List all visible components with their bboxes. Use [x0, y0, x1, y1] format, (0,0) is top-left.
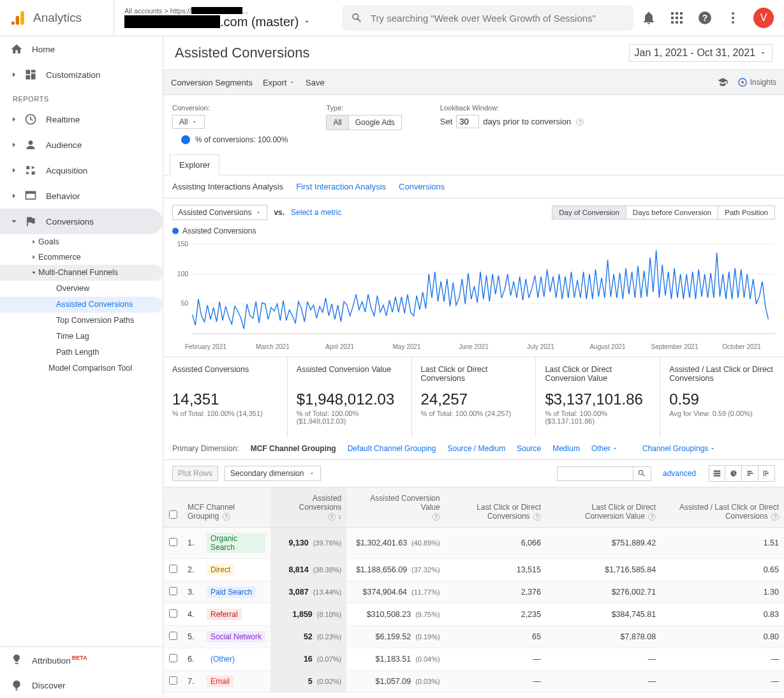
svg-rect-10 [676, 21, 678, 24]
tab-conversions[interactable]: Conversions [399, 182, 445, 191]
save-button[interactable]: Save [306, 78, 325, 87]
apps-icon[interactable] [669, 10, 684, 26]
svg-rect-43 [765, 471, 767, 472]
view-path-pos[interactable]: Path Position [718, 205, 775, 219]
table-row[interactable]: 1. Organic Search 9,130 (39.76%) $1,302,… [163, 528, 784, 559]
svg-point-16 [732, 21, 734, 24]
subnav-overview[interactable]: Overview [0, 281, 163, 297]
dim-source[interactable]: Source [517, 444, 541, 453]
type-all[interactable]: All [326, 115, 348, 130]
table-row[interactable]: 5. Social Network 52 (0.23%) $6,159.52 (… [163, 626, 784, 648]
dim-channel-groupings[interactable]: Channel Groupings [642, 444, 716, 453]
insights-button[interactable]: Insights [737, 77, 776, 87]
table-search-input[interactable] [557, 466, 633, 481]
subnav-topconv[interactable]: Top Conversion Paths [0, 313, 163, 329]
view-table-icon[interactable] [709, 465, 725, 482]
more-icon[interactable] [725, 10, 741, 26]
select-all[interactable] [163, 487, 182, 528]
subnav-assisted[interactable]: Assisted Conversions [0, 297, 163, 313]
header-ratio[interactable]: Assisted / Last Click or Direct Conversi… [661, 487, 784, 528]
metric-select[interactable]: Assisted Conversions [172, 205, 267, 220]
explorer-tab[interactable]: Explorer [170, 154, 219, 175]
help-icon[interactable]: ? [576, 118, 584, 126]
header-lastclick-val[interactable]: Last Click or Direct Conversion Value ? [546, 487, 661, 528]
view-compare-icon[interactable] [758, 465, 775, 482]
search-icon [351, 11, 363, 24]
scorecard[interactable]: Last Click or Direct Conversion Value$3,… [536, 357, 660, 438]
conv-segments[interactable]: Conversion Segments [171, 78, 253, 87]
dim-default[interactable]: Default Channel Grouping [348, 444, 436, 453]
header-lastclick-conv[interactable]: Last Click or Direct Conversions ? [445, 487, 546, 528]
row-checkbox[interactable] [169, 565, 177, 573]
data-table: MCF Channel Grouping ? Assisted Conversi… [163, 487, 784, 693]
nav-realtime[interactable]: Realtime [0, 107, 163, 132]
table-row[interactable]: 4. Referral 1,859 (8.10%) $310,508.23 (9… [163, 604, 784, 626]
nav-home[interactable]: Home [0, 36, 163, 62]
graduation-icon[interactable] [717, 77, 729, 88]
scorecard[interactable]: Assisted / Last Click or Direct Conversi… [660, 357, 784, 438]
subnav-pathlength[interactable]: Path Length [0, 345, 163, 360]
subnav-mcf[interactable]: Multi-Channel Funnels [0, 265, 163, 281]
date-range-picker[interactable]: Jan 1, 2021 - Oct 31, 2021 [629, 44, 773, 62]
topbar: Analytics All accounts > https://x... x.… [0, 0, 784, 36]
row-checkbox[interactable] [169, 632, 177, 640]
attribution-icon [10, 653, 23, 666]
view-bar-icon[interactable] [742, 465, 758, 482]
conversion-select[interactable]: All [172, 115, 205, 129]
view-day[interactable]: Day of Conversion [552, 205, 626, 219]
table-search-button[interactable] [633, 466, 651, 481]
secondary-dim-select[interactable]: Secondary dimension [225, 466, 321, 481]
svg-point-2 [11, 21, 15, 24]
row-checkbox[interactable] [169, 676, 177, 685]
row-checkbox[interactable] [169, 538, 177, 546]
header-assisted-conv[interactable]: Assisted Conversions?↓ [270, 487, 346, 528]
scorecard[interactable]: Assisted Conversion Value$1,948,012.03% … [288, 357, 412, 438]
select-metric-link[interactable]: Select a metric [291, 208, 341, 217]
search-bar[interactable] [342, 5, 633, 31]
avatar[interactable]: V [753, 8, 774, 28]
table-row[interactable]: 6. (Other) 16 (0.07%) $1,183.51 (0.04%) … [163, 648, 784, 671]
subnav-ecommerce[interactable]: Ecommerce [0, 249, 163, 265]
advanced-link[interactable]: advanced [663, 469, 696, 478]
table-row[interactable]: 3. Paid Search 3,087 (13.44%) $374,904.6… [163, 581, 784, 604]
nav-audience[interactable]: Audience [0, 132, 163, 158]
dim-medium[interactable]: Medium [552, 444, 580, 453]
svg-rect-41 [747, 475, 750, 476]
view-days-before[interactable]: Days before Conversion [626, 205, 718, 219]
tab-first-interaction[interactable]: First Interaction Analysis [296, 182, 386, 191]
view-pie-icon[interactable] [725, 465, 742, 482]
header-assisted-val[interactable]: Assisted Conversion Value? [346, 487, 445, 528]
table-row[interactable]: 2. Direct 8,814 (38.38%) $1,188,656.09 (… [163, 559, 784, 581]
nav-acquisition[interactable]: Acquisition [0, 158, 163, 183]
nav-customization[interactable]: Customization [0, 62, 163, 87]
scorecard[interactable]: Last Click or Direct Conversions24,257% … [412, 357, 536, 438]
subnav-goals[interactable]: Goals [0, 234, 163, 249]
help-icon[interactable]: ? [697, 10, 713, 26]
svg-rect-7 [676, 17, 678, 19]
dim-other[interactable]: Other [591, 444, 618, 453]
row-checkbox[interactable] [169, 609, 177, 618]
export-button[interactable]: Export [263, 78, 295, 87]
dim-active[interactable]: MCF Channel Grouping [251, 444, 336, 453]
row-checkbox[interactable] [169, 654, 177, 662]
account-selector[interactable]: All accounts > https://x... x.com (maste… [114, 0, 322, 36]
nav-conversions[interactable]: Conversions [0, 209, 163, 234]
nav-behavior[interactable]: Behavior [0, 183, 163, 209]
nav-attribution[interactable]: AttributionBETA [0, 647, 163, 672]
nav-discover[interactable]: Discover [0, 672, 163, 698]
subnav-modelcomp[interactable]: Model Comparison Tool [0, 360, 163, 376]
table-row[interactable]: 7. Email 5 (0.02%) $1,057.09 (0.03%) — —… [163, 671, 784, 693]
dim-source-medium[interactable]: Source / Medium [447, 444, 505, 453]
bell-icon[interactable] [641, 10, 656, 26]
type-google-ads[interactable]: Google Ads [348, 115, 402, 130]
svg-rect-24 [26, 191, 36, 193]
header-channel[interactable]: MCF Channel Grouping ? [182, 487, 270, 528]
search-input[interactable] [371, 13, 625, 24]
subnav-timelag[interactable]: Time Lag [0, 329, 163, 345]
channel-badge: Email [207, 676, 233, 687]
svg-point-15 [732, 17, 734, 19]
scorecard[interactable]: Assisted Conversions14,351% of Total: 10… [163, 357, 288, 438]
days-input[interactable] [456, 115, 479, 128]
tab-assisting[interactable]: Assisting Interactions Analysis [172, 182, 283, 191]
row-checkbox[interactable] [169, 587, 177, 595]
